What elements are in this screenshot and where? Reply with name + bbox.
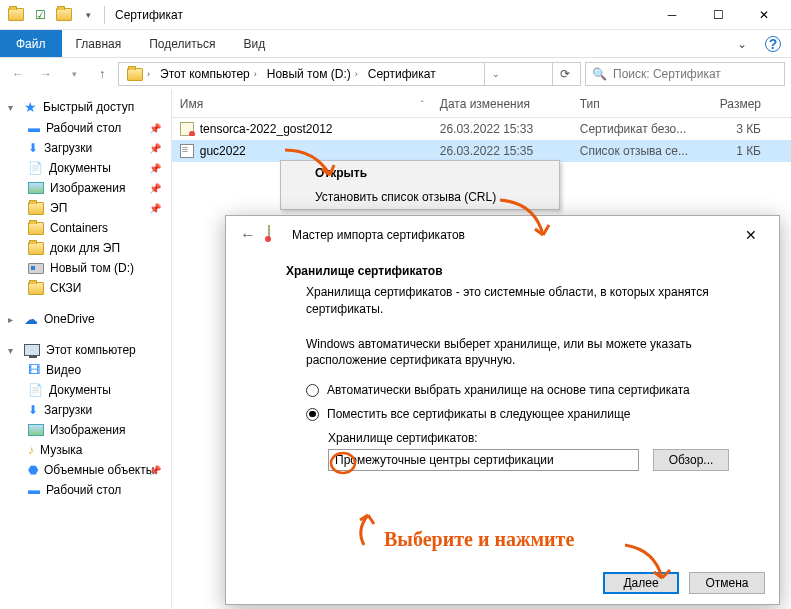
col-size[interactable]: Размер: [712, 97, 791, 111]
browse-button[interactable]: Обзор...: [653, 449, 729, 471]
file-date: 26.03.2022 15:35: [432, 144, 572, 158]
nav-desktop[interactable]: ▬Рабочий стол📌: [0, 118, 171, 138]
pictures-icon: [28, 182, 44, 194]
wizard-close-button[interactable]: ✕: [731, 220, 771, 250]
ctx-open[interactable]: Открыть: [281, 161, 559, 185]
qa-props-icon[interactable]: [56, 7, 72, 23]
ribbon-tabs: Файл Главная Поделиться Вид ⌄ ?: [0, 30, 791, 58]
nav-3dobjects[interactable]: ⬣Объемные объекты📌: [0, 460, 171, 480]
tab-file[interactable]: Файл: [0, 30, 62, 57]
col-name[interactable]: Имяˆ: [172, 97, 432, 111]
cloud-icon: ☁: [24, 311, 38, 327]
nav-forward-button: →: [34, 62, 58, 86]
titlebar: ☑ ▾ Сертификат ─ ☐ ✕: [0, 0, 791, 30]
help-icon[interactable]: ?: [765, 36, 781, 52]
breadcrumb-2[interactable]: Сертификат: [364, 67, 440, 81]
nav-skzi[interactable]: СКЗИ: [0, 278, 171, 298]
pin-icon: 📌: [149, 163, 161, 174]
search-icon: 🔍: [592, 67, 607, 81]
wizard-text-1: Хранилища сертификатов - это системные о…: [306, 284, 729, 318]
store-label: Хранилище сертификатов:: [328, 431, 729, 445]
ribbon-expand-icon[interactable]: ⌄: [737, 37, 747, 51]
nav-pictures[interactable]: Изображения📌: [0, 178, 171, 198]
file-size: 1 КБ: [712, 144, 791, 158]
cert-wizard-icon: [268, 226, 286, 244]
col-type[interactable]: Тип: [572, 97, 712, 111]
pin-icon: 📌: [149, 143, 161, 154]
crl-icon: [180, 144, 194, 158]
qa-dropdown-icon[interactable]: ▾: [80, 7, 96, 23]
nav-downloads[interactable]: ⬇Загрузки📌: [0, 138, 171, 158]
wizard-text-2: Windows автоматически выберет хранилище,…: [306, 336, 729, 370]
pin-icon: 📌: [149, 203, 161, 214]
breadcrumb-1[interactable]: Новый том (D:) ›: [263, 67, 362, 81]
search-placeholder: Поиск: Сертификат: [613, 67, 721, 81]
nav-up-button[interactable]: ↑: [90, 62, 114, 86]
file-row[interactable]: tensorca-2022_gost2012 26.03.2022 15:33 …: [172, 118, 791, 140]
minimize-button[interactable]: ─: [649, 0, 695, 30]
breadcrumb-0[interactable]: Этот компьютер ›: [156, 67, 261, 81]
nav-documents[interactable]: 📄Документы📌: [0, 158, 171, 178]
context-menu: Открыть Установить список отзыва (CRL): [280, 160, 560, 210]
search-input[interactable]: 🔍 Поиск: Сертификат: [585, 62, 785, 86]
window-title: Сертификат: [115, 8, 183, 22]
close-button[interactable]: ✕: [741, 0, 787, 30]
disk-icon: [28, 263, 44, 274]
next-button[interactable]: Далее: [603, 572, 679, 594]
nav-documents2[interactable]: 📄Документы: [0, 380, 171, 400]
store-input[interactable]: Промежуточные центры сертификации: [328, 449, 639, 471]
nav-desktop2[interactable]: ▬Рабочий стол: [0, 480, 171, 500]
breadcrumb-dropdown-icon[interactable]: ⌄: [484, 63, 508, 85]
star-icon: ★: [24, 99, 37, 115]
address-bar: ← → ▾ ↑ › Этот компьютер › Новый том (D:…: [0, 58, 791, 90]
nav-back-button[interactable]: ←: [6, 62, 30, 86]
pc-icon: [24, 344, 40, 356]
radio-off-icon: [306, 384, 319, 397]
file-name: tensorca-2022_gost2012: [200, 122, 333, 136]
column-headers: Имяˆ Дата изменения Тип Размер: [172, 90, 791, 118]
refresh-icon[interactable]: ⟳: [552, 63, 576, 85]
nav-pictures2[interactable]: Изображения: [0, 420, 171, 440]
folder-icon: [8, 7, 24, 23]
file-type: Список отзыва се...: [572, 144, 712, 158]
nav-quick-access[interactable]: ▾★Быстрый доступ: [0, 96, 171, 118]
breadcrumb[interactable]: › Этот компьютер › Новый том (D:) › Серт…: [118, 62, 581, 86]
nav-ep[interactable]: ЭП📌: [0, 198, 171, 218]
folder-icon: [28, 222, 44, 235]
nav-recent-icon[interactable]: ▾: [62, 62, 86, 86]
cert-icon: [180, 122, 194, 136]
radio-manual-store[interactable]: Поместить все сертификаты в следующее хр…: [306, 407, 729, 421]
tab-home[interactable]: Главная: [62, 30, 136, 57]
file-row-selected[interactable]: guc2022 26.03.2022 15:35 Список отзыва с…: [172, 140, 791, 162]
nav-doki[interactable]: доки для ЭП: [0, 238, 171, 258]
radio-on-icon: [306, 408, 319, 421]
cancel-button[interactable]: Отмена: [689, 572, 765, 594]
wizard-title: Мастер импорта сертификатов: [292, 228, 465, 242]
wizard-back-button[interactable]: ←: [234, 221, 262, 249]
pin-icon: 📌: [149, 183, 161, 194]
breadcrumb-root-icon[interactable]: ›: [123, 68, 154, 81]
nav-music[interactable]: ♪Музыка: [0, 440, 171, 460]
ctx-install-crl[interactable]: Установить список отзыва (CRL): [281, 185, 559, 209]
folder-icon: [28, 282, 44, 295]
sort-asc-icon: ˆ: [421, 99, 424, 109]
nav-newvol[interactable]: Новый том (D:): [0, 258, 171, 278]
nav-onedrive[interactable]: ▸☁OneDrive: [0, 308, 171, 330]
nav-video[interactable]: 🎞Видео: [0, 360, 171, 380]
file-size: 3 КБ: [712, 122, 791, 136]
tab-share[interactable]: Поделиться: [135, 30, 229, 57]
nav-thispc[interactable]: ▾Этот компьютер: [0, 340, 171, 360]
file-type: Сертификат безо...: [572, 122, 712, 136]
nav-downloads2[interactable]: ⬇Загрузки: [0, 400, 171, 420]
nav-containers[interactable]: Containers: [0, 218, 171, 238]
qa-check-icon[interactable]: ☑: [32, 7, 48, 23]
folder-icon: [28, 202, 44, 215]
pictures-icon: [28, 424, 44, 436]
col-date[interactable]: Дата изменения: [432, 97, 572, 111]
maximize-button[interactable]: ☐: [695, 0, 741, 30]
pin-icon: 📌: [149, 465, 161, 476]
separator: [104, 6, 105, 24]
radio-auto-store[interactable]: Автоматически выбрать хранилище на основ…: [306, 383, 729, 397]
tab-view[interactable]: Вид: [229, 30, 279, 57]
file-name: guc2022: [200, 144, 246, 158]
